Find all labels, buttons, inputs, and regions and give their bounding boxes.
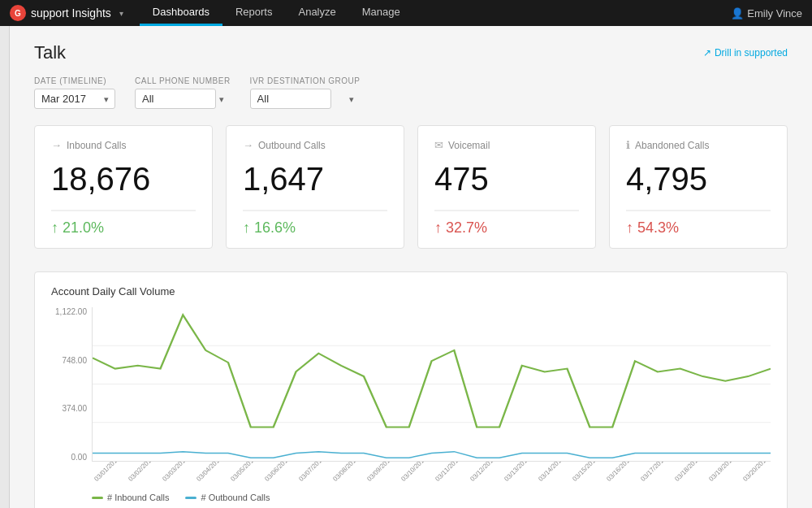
app-switcher-arrow[interactable]: ▾ bbox=[119, 9, 123, 18]
kpi-header-2: ✉ Voicemail bbox=[434, 139, 579, 151]
x-label-11: 03/12/2017 bbox=[468, 462, 497, 484]
x-label-5: 03/06/2017 bbox=[262, 462, 292, 484]
kpi-value-3: 4,795 bbox=[626, 161, 771, 197]
kpi-value-0: 18,676 bbox=[51, 161, 196, 197]
filters-row: DATE (TIMELINE) Mar 2017 CALL PHONE NUMB… bbox=[34, 76, 788, 109]
chart-section: Account Daily Call Volume 1,122.00 748.0… bbox=[34, 271, 788, 508]
date-filter-group: DATE (TIMELINE) Mar 2017 bbox=[34, 76, 115, 109]
tab-analyze[interactable]: Analyze bbox=[285, 0, 348, 26]
legend-inbound: # Inbound Calls bbox=[92, 493, 169, 502]
kpi-icon-0: → bbox=[51, 139, 62, 151]
kpi-row: → Inbound Calls 18,676 ↑ 21.0% → Outboun… bbox=[34, 125, 788, 249]
legend-outbound-label: # Outbound Calls bbox=[201, 493, 270, 502]
kpi-value-2: 475 bbox=[434, 161, 579, 197]
phone-filter-label: CALL PHONE NUMBER bbox=[135, 76, 231, 85]
user-name: Emily Vince bbox=[747, 7, 802, 20]
nav-tabs: Dashboards Reports Analyze Manage bbox=[140, 0, 731, 26]
chart-x-labels: 03/01/201703/02/201703/03/201703/04/2017… bbox=[92, 462, 771, 486]
x-label-15: 03/16/2017 bbox=[604, 462, 633, 484]
kpi-divider-2 bbox=[434, 210, 579, 211]
date-select-wrapper: Mar 2017 bbox=[34, 89, 115, 109]
tab-reports[interactable]: Reports bbox=[222, 0, 286, 26]
legend-inbound-color bbox=[92, 497, 103, 499]
phone-filter-select[interactable]: All bbox=[135, 89, 216, 109]
drill-link-label: Drill in supported bbox=[715, 47, 788, 59]
kpi-header-1: → Outbound Calls bbox=[243, 139, 387, 151]
x-label-3: 03/04/2017 bbox=[194, 462, 223, 484]
y-label-2: 374.00 bbox=[62, 404, 87, 413]
x-label-13: 03/14/2017 bbox=[536, 462, 565, 484]
x-label-14: 03/15/2017 bbox=[570, 462, 599, 484]
ivr-select-wrapper: All bbox=[250, 89, 361, 109]
x-label-12: 03/13/2017 bbox=[502, 462, 531, 484]
tab-dashboards[interactable]: Dashboards bbox=[140, 0, 222, 26]
chart-container: 1,122.00 748.00 374.00 0.00 03/01/201703… bbox=[51, 307, 771, 486]
sidebar bbox=[0, 26, 10, 508]
chart-plot-area bbox=[92, 307, 771, 462]
kpi-divider-3 bbox=[626, 210, 771, 211]
chart-title: Account Daily Call Volume bbox=[51, 285, 771, 297]
x-label-17: 03/18/2017 bbox=[672, 462, 702, 484]
legend-outbound-color bbox=[185, 497, 197, 499]
page-header: Talk ↗ Drill in supported bbox=[34, 42, 788, 63]
x-label-10: 03/11/2017 bbox=[433, 462, 462, 484]
kpi-header-0: → Inbound Calls bbox=[51, 139, 196, 151]
x-label-4: 03/05/2017 bbox=[228, 462, 257, 484]
kpi-change-3: ↑ 54.3% bbox=[626, 219, 771, 237]
kpi-label-0: Inbound Calls bbox=[67, 140, 126, 151]
drill-in-link[interactable]: ↗ Drill in supported bbox=[703, 47, 788, 59]
page-title: Talk bbox=[34, 42, 66, 63]
tab-manage[interactable]: Manage bbox=[349, 0, 413, 26]
chart-svg bbox=[93, 307, 771, 461]
kpi-divider-0 bbox=[51, 210, 196, 211]
x-label-9: 03/10/2017 bbox=[399, 462, 428, 484]
kpi-value-1: 1,647 bbox=[243, 161, 387, 197]
ivr-filter-select[interactable]: All bbox=[250, 89, 331, 109]
x-label-0: 03/01/2017 bbox=[92, 462, 121, 484]
y-label-3: 748.00 bbox=[62, 356, 87, 365]
kpi-card-1: → Outbound Calls 1,647 ↑ 16.6% bbox=[226, 125, 404, 249]
ivr-filter-group: IVR DESTINATION GROUP All bbox=[250, 76, 361, 109]
ivr-filter-label: IVR DESTINATION GROUP bbox=[250, 76, 361, 85]
kpi-label-1: Outbound Calls bbox=[258, 140, 326, 151]
user-icon: 👤 bbox=[731, 7, 744, 20]
app-name: support Insights bbox=[31, 7, 111, 20]
legend-outbound: # Outbound Calls bbox=[185, 493, 270, 502]
top-navigation: G support Insights ▾ Dashboards Reports … bbox=[0, 0, 812, 26]
kpi-label-3: Abandoned Calls bbox=[635, 140, 709, 151]
kpi-label-2: Voicemail bbox=[448, 140, 490, 151]
x-label-18: 03/19/2017 bbox=[706, 462, 736, 484]
kpi-icon-3: ℹ bbox=[626, 139, 630, 151]
kpi-card-0: → Inbound Calls 18,676 ↑ 21.0% bbox=[34, 125, 213, 249]
chart-y-labels: 1,122.00 748.00 374.00 0.00 bbox=[51, 307, 92, 462]
main-content: Talk ↗ Drill in supported DATE (TIMELINE… bbox=[10, 26, 812, 508]
logo-area: G support Insights ▾ bbox=[10, 5, 140, 21]
date-filter-select[interactable]: Mar 2017 bbox=[34, 89, 115, 109]
x-label-1: 03/02/2017 bbox=[126, 462, 155, 484]
user-menu[interactable]: 👤 Emily Vince bbox=[731, 7, 802, 20]
kpi-card-2: ✉ Voicemail 475 ↑ 32.7% bbox=[417, 125, 596, 249]
kpi-change-2: ↑ 32.7% bbox=[434, 219, 579, 237]
phone-filter-group: CALL PHONE NUMBER All bbox=[135, 76, 231, 109]
content-area: Talk ↗ Drill in supported DATE (TIMELINE… bbox=[0, 26, 812, 508]
date-filter-label: DATE (TIMELINE) bbox=[34, 76, 115, 85]
x-label-8: 03/09/2017 bbox=[365, 462, 394, 484]
kpi-divider-1 bbox=[243, 210, 387, 211]
kpi-change-0: ↑ 21.0% bbox=[51, 219, 196, 237]
kpi-change-1: ↑ 16.6% bbox=[243, 219, 387, 237]
kpi-card-3: ℹ Abandoned Calls 4,795 ↑ 54.3% bbox=[609, 125, 788, 249]
x-label-7: 03/08/2017 bbox=[330, 462, 360, 484]
x-label-16: 03/17/2017 bbox=[638, 462, 667, 484]
chart-legend: # Inbound Calls # Outbound Calls bbox=[51, 493, 771, 502]
y-label-4: 1,122.00 bbox=[55, 307, 87, 316]
external-link-icon: ↗ bbox=[703, 47, 711, 59]
x-label-2: 03/03/2017 bbox=[160, 462, 189, 484]
kpi-icon-1: → bbox=[243, 139, 253, 151]
y-label-1: 0.00 bbox=[71, 453, 87, 462]
kpi-header-3: ℹ Abandoned Calls bbox=[626, 139, 771, 151]
gooddata-logo: G bbox=[10, 5, 26, 21]
phone-select-wrapper: All bbox=[135, 89, 231, 109]
legend-inbound-label: # Inbound Calls bbox=[107, 493, 169, 502]
x-label-6: 03/07/2017 bbox=[296, 462, 326, 484]
kpi-icon-2: ✉ bbox=[434, 139, 443, 151]
